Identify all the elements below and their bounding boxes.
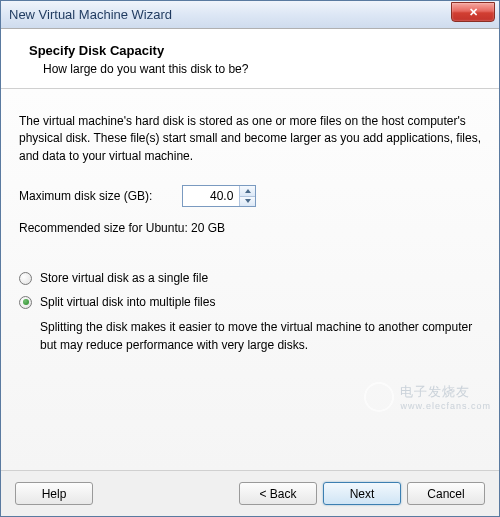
- spinner-down-button[interactable]: [240, 197, 255, 207]
- disk-size-label: Maximum disk size (GB):: [19, 189, 152, 203]
- radio-icon: [19, 296, 32, 309]
- spinner-up-button[interactable]: [240, 186, 255, 197]
- disk-size-row: Maximum disk size (GB):: [19, 185, 481, 207]
- disk-size-spinner[interactable]: [182, 185, 256, 207]
- wizard-footer: Help < Back Next Cancel: [1, 470, 499, 516]
- page-subtitle: How large do you want this disk to be?: [29, 62, 479, 76]
- disk-size-input[interactable]: [183, 186, 239, 206]
- wizard-header: Specify Disk Capacity How large do you w…: [1, 29, 499, 89]
- recommended-text: Recommended size for Ubuntu: 20 GB: [19, 221, 481, 235]
- chevron-down-icon: [245, 199, 251, 203]
- chevron-up-icon: [245, 189, 251, 193]
- close-icon: ✕: [469, 6, 478, 18]
- watermark-text: 电子发烧友: [400, 383, 491, 401]
- close-button[interactable]: ✕: [451, 2, 495, 22]
- spinner-buttons: [239, 186, 255, 206]
- cancel-button[interactable]: Cancel: [407, 482, 485, 505]
- back-button[interactable]: < Back: [239, 482, 317, 505]
- watermark-url: www.elecfans.com: [400, 401, 491, 411]
- wizard-window: New Virtual Machine Wizard ✕ Specify Dis…: [0, 0, 500, 517]
- radio-single-file[interactable]: Store virtual disk as a single file: [19, 271, 481, 285]
- wizard-content: The virtual machine's hard disk is store…: [1, 89, 499, 470]
- watermark-logo-icon: [364, 382, 394, 412]
- disk-description: The virtual machine's hard disk is store…: [19, 113, 481, 165]
- next-button[interactable]: Next: [323, 482, 401, 505]
- watermark: 电子发烧友 www.elecfans.com: [364, 382, 491, 412]
- titlebar: New Virtual Machine Wizard ✕: [1, 1, 499, 29]
- page-title: Specify Disk Capacity: [29, 43, 479, 58]
- radio-single-label: Store virtual disk as a single file: [40, 271, 208, 285]
- radio-icon: [19, 272, 32, 285]
- window-title: New Virtual Machine Wizard: [9, 7, 172, 22]
- radio-split-files[interactable]: Split virtual disk into multiple files: [19, 295, 481, 309]
- radio-split-description: Splitting the disk makes it easier to mo…: [40, 319, 481, 354]
- help-button[interactable]: Help: [15, 482, 93, 505]
- radio-split-label: Split virtual disk into multiple files: [40, 295, 215, 309]
